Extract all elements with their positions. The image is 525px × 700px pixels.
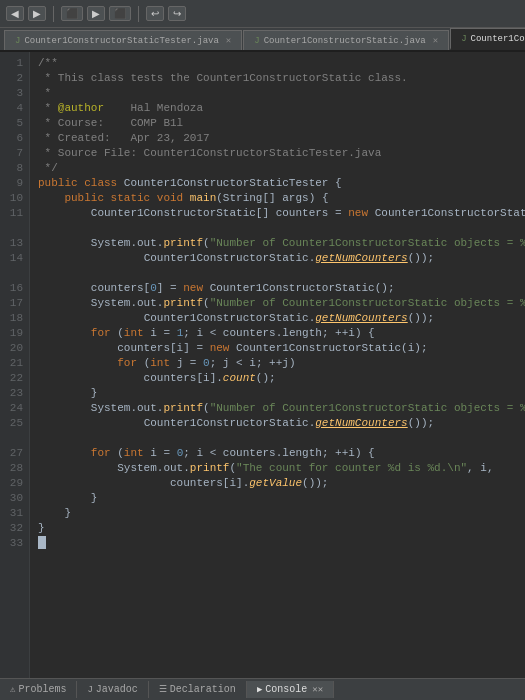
tab-close-2[interactable]: ✕: [433, 35, 438, 46]
toolbar-separator-2: [138, 6, 139, 22]
tab-icon-3: J: [461, 34, 466, 44]
console-badge: ✕✕: [312, 684, 323, 695]
tab-label-2: Counter1ConstructorStatic.java: [264, 36, 426, 46]
toolbar-separator-1: [53, 6, 54, 22]
bottom-tab-javadoc[interactable]: J Javadoc: [77, 681, 148, 698]
toolbar-btn-7[interactable]: ↪: [168, 6, 186, 21]
tab-counter1grade[interactable]: J Counter1ConstructorStaticGrade.java ✕: [450, 28, 525, 50]
bottom-tab-declaration[interactable]: ☰ Declaration: [149, 681, 247, 698]
tab-icon-2: J: [254, 36, 259, 46]
toolbar-btn-4[interactable]: ▶: [87, 6, 105, 21]
tab-counter1tester[interactable]: J Counter1ConstructorStaticTester.java ✕: [4, 30, 242, 50]
problems-label: Problems: [18, 684, 66, 695]
declaration-icon: ☰: [159, 684, 167, 695]
problems-icon: ⚠: [10, 684, 15, 695]
line-numbers: 1 2 3 4 5 6 7 8 9 10 11 13 14 16 17 18 1…: [0, 52, 30, 678]
javadoc-label: Javadoc: [96, 684, 138, 695]
console-label: Console: [265, 684, 307, 695]
javadoc-icon: J: [87, 685, 92, 695]
tab-label-3: Counter1ConstructorStaticGrade.java: [471, 34, 525, 44]
toolbar-btn-2[interactable]: ▶: [28, 6, 46, 21]
bottom-tab-console[interactable]: ▶ Console ✕✕: [247, 681, 334, 698]
bottom-bar: ⚠ Problems J Javadoc ☰ Declaration ▶ Con…: [0, 678, 525, 700]
editor: 1 2 3 4 5 6 7 8 9 10 11 13 14 16 17 18 1…: [0, 52, 525, 678]
bottom-tab-problems[interactable]: ⚠ Problems: [0, 681, 77, 698]
tab-label-1: Counter1ConstructorStaticTester.java: [24, 36, 218, 46]
code-editor[interactable]: /** * This class tests the Counter1Const…: [30, 52, 525, 678]
toolbar: ◀ ▶ ⬛ ▶ ⬛ ↩ ↪: [0, 0, 525, 28]
toolbar-btn-1[interactable]: ◀: [6, 6, 24, 21]
declaration-label: Declaration: [170, 684, 236, 695]
tab-icon-1: J: [15, 36, 20, 46]
tab-counter1static[interactable]: J Counter1ConstructorStatic.java ✕: [243, 30, 449, 50]
toolbar-btn-6[interactable]: ↩: [146, 6, 164, 21]
tab-bar: J Counter1ConstructorStaticTester.java ✕…: [0, 28, 525, 52]
console-icon: ▶: [257, 684, 262, 695]
toolbar-btn-5[interactable]: ⬛: [109, 6, 131, 21]
toolbar-btn-3[interactable]: ⬛: [61, 6, 83, 21]
tab-close-1[interactable]: ✕: [226, 35, 231, 46]
